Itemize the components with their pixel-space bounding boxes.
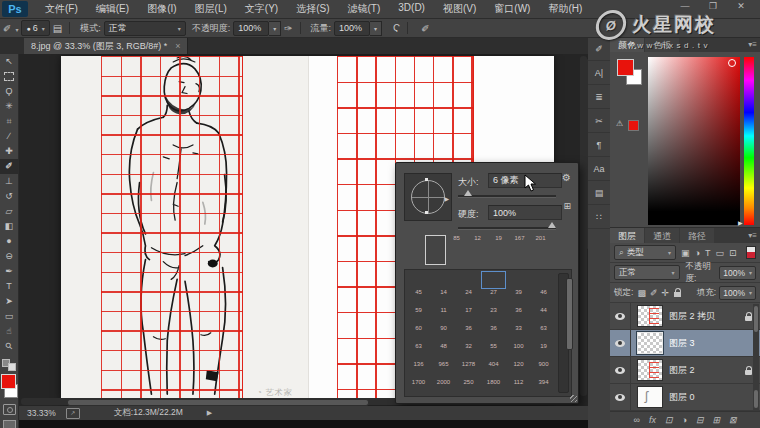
menu-item[interactable]: 视图(V) — [434, 0, 485, 18]
canvas-vertical-scrollbar[interactable] — [580, 56, 587, 396]
paragraph-panel-icon[interactable]: ¶ — [588, 133, 610, 157]
character-styles-panel-icon[interactable]: Aa — [588, 157, 610, 181]
layer-visibility-toggle[interactable] — [610, 384, 631, 410]
hardness-slider[interactable] — [458, 227, 556, 230]
layer-filter-select[interactable]: ⌕ 类型▾ — [614, 245, 676, 260]
brush-cell[interactable]: 100 — [506, 343, 531, 361]
saturation-brightness-field[interactable] — [648, 57, 740, 225]
gear-icon[interactable]: ⚙ — [562, 172, 571, 183]
menu-item[interactable]: 滤镜(T) — [339, 0, 390, 18]
brush-cell[interactable]: 59 — [406, 307, 431, 325]
brush-preset[interactable] — [404, 235, 425, 265]
panel-tab[interactable]: 图层 — [610, 228, 644, 243]
filter-adjustment-icon[interactable]: ◑ — [695, 248, 700, 258]
new-brush-icon[interactable]: ⊞ — [563, 201, 571, 211]
brush-preset[interactable]: 12 — [467, 235, 488, 265]
brush-preset[interactable]: 201 — [530, 235, 551, 265]
gamut-color-swatch[interactable] — [628, 120, 639, 131]
brush-cell[interactable]: 1800 — [481, 379, 506, 397]
layer-blend-mode-select[interactable]: 正常▾ — [614, 265, 680, 280]
tablet-pressure-opacity-icon[interactable]: ✑ — [281, 23, 295, 34]
brush-cell[interactable]: 45 — [406, 289, 431, 307]
brush-cell[interactable] — [456, 271, 481, 289]
new-group-icon[interactable]: ⊟ — [696, 415, 704, 425]
layer-visibility-toggle[interactable] — [610, 357, 631, 383]
status-menu-icon[interactable]: ↗ — [66, 408, 80, 419]
menu-item[interactable]: 窗口(W) — [485, 0, 539, 18]
document-tab[interactable]: 8.jpg @ 33.3% (图层 3, RGB/8#) * × — [24, 38, 188, 54]
brush-tool[interactable]: ✐ — [0, 159, 18, 174]
type-tool[interactable]: T — [0, 279, 18, 294]
brush-hardness-field[interactable]: 100% — [488, 205, 562, 220]
adjustment-layer-icon[interactable]: ◑ — [681, 415, 686, 425]
brush-cell[interactable]: 136 — [406, 361, 431, 379]
layer-thumbnail[interactable] — [637, 386, 663, 408]
brush-cell[interactable]: 1278 — [456, 361, 481, 379]
brush-preset[interactable]: 85 — [446, 235, 467, 265]
menu-item[interactable]: 图像(I) — [138, 0, 185, 18]
brush-cell[interactable]: 55 — [481, 343, 506, 361]
swap-colors-icon[interactable] — [2, 359, 16, 369]
hardness-slider-thumb[interactable] — [548, 222, 556, 228]
layer-name[interactable]: 图层 0 — [669, 391, 760, 404]
brush-preset[interactable]: 19 — [488, 235, 509, 265]
airbrush-icon[interactable]: Ϛ — [390, 23, 403, 34]
layer-list-scrollbar[interactable] — [753, 304, 759, 410]
size-slider-thumb[interactable] — [464, 190, 472, 196]
size-slider[interactable] — [458, 195, 556, 198]
clone-source-panel-icon[interactable]: ≣ — [588, 85, 610, 109]
layer-name[interactable]: 图层 3 — [669, 337, 760, 350]
brush-cell[interactable]: 394 — [531, 379, 556, 397]
blend-mode-select[interactable]: 正常▾ — [104, 21, 186, 36]
brush-cell[interactable]: 19 — [531, 343, 556, 361]
add-layer-mask-icon[interactable]: ⊡ — [665, 415, 673, 425]
brush-cell[interactable]: 17 — [456, 307, 481, 325]
layer-thumbnail[interactable] — [637, 305, 663, 327]
smudge-tool[interactable]: ● — [0, 234, 18, 249]
brush-cell[interactable]: 24 — [456, 289, 481, 307]
layer-opacity-value[interactable]: 100%▾ — [719, 266, 756, 280]
lock-all-icon[interactable] — [674, 288, 681, 297]
zoom-tool[interactable]: ⚲ — [0, 339, 18, 354]
opacity-value[interactable]: 100% — [233, 21, 269, 36]
brush-library-scrollbar[interactable] — [558, 273, 569, 393]
gradient-tool[interactable]: ◧ — [0, 219, 18, 234]
图层 0[interactable]: 图层 0 — [610, 384, 760, 411]
lock-position-icon[interactable]: ✛ — [661, 288, 669, 298]
menu-item[interactable]: 帮助(H) — [539, 0, 591, 18]
brush-preset-picker-icon[interactable]: ✐▾ — [0, 23, 21, 34]
lock-transparency-icon[interactable]: ▩ — [637, 288, 646, 298]
canvas-area[interactable]: ◔ 艺术家 ▶ 大小: 6 像素 ⚙ 硬度: 100% ⊞ — [19, 54, 588, 406]
filter-pixel-icon[interactable]: ▣ — [681, 248, 690, 258]
panel-menu-icon[interactable]: ▾≡ — [748, 231, 757, 240]
layer-name[interactable]: 图层 2 拷贝 — [669, 310, 745, 323]
brush-size-indicator[interactable]: ●6▾ — [21, 20, 49, 36]
brush-cell[interactable]: 32 — [456, 343, 481, 361]
healing-brush-tool[interactable]: ✚ — [0, 144, 18, 159]
dodge-tool[interactable]: ⊖ — [0, 249, 18, 264]
brush-cell[interactable]: 112 — [506, 379, 531, 397]
brush-cell[interactable]: 39 — [506, 289, 531, 307]
crop-tool[interactable]: ⌗ — [0, 114, 18, 129]
layer-thumbnail[interactable] — [637, 359, 663, 381]
图层 2 拷贝[interactable]: 图层 2 拷贝 — [610, 303, 760, 330]
move-tool[interactable]: ↖ — [0, 54, 18, 69]
lasso-tool[interactable]: Ϙ — [0, 84, 18, 99]
lock-pixels-icon[interactable]: ✐ — [650, 288, 658, 298]
panel-tab[interactable]: 通道 — [645, 228, 679, 243]
brush-cell[interactable]: 250 — [456, 379, 481, 397]
eyedropper-tool[interactable]: ∕ — [0, 129, 18, 144]
brush-cell[interactable]: 404 — [481, 361, 506, 379]
quick-mask-button[interactable] — [3, 404, 16, 415]
brush-cell[interactable]: 36 — [506, 307, 531, 325]
brush-cell[interactable]: 23 — [481, 307, 506, 325]
toggle-brush-panel-icon[interactable]: ▤ — [50, 23, 65, 34]
pen-tool[interactable]: ✒ — [0, 264, 18, 279]
rectangular-marquee-tool[interactable]: ▢ — [0, 69, 18, 84]
status-arrow-icon[interactable]: ▶ — [207, 409, 212, 417]
brush-cell[interactable]: 2000 — [431, 379, 456, 397]
brush-cell[interactable]: 44 — [531, 307, 556, 325]
menu-item[interactable]: 文件(F) — [36, 0, 87, 18]
brush-cell[interactable] — [481, 271, 506, 289]
hand-tool[interactable]: ☝ — [0, 324, 18, 339]
